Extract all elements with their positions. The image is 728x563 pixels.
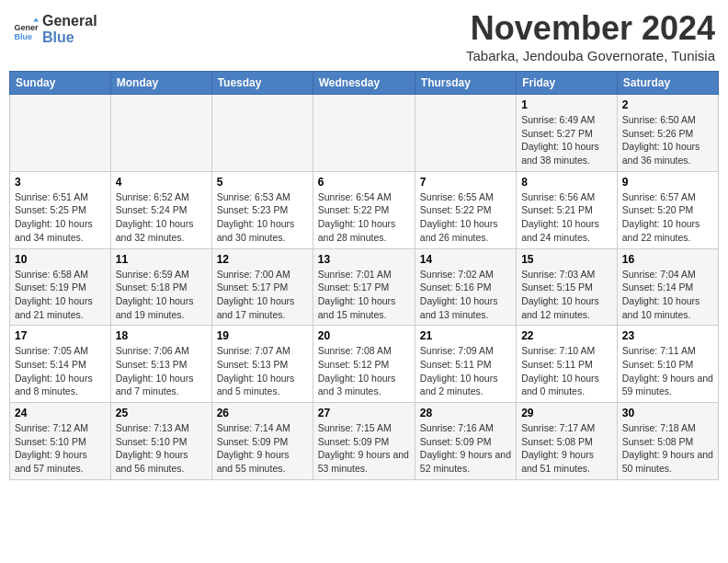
day-info: Sunrise: 7:14 AM Sunset: 5:09 PM Dayligh…	[217, 421, 308, 476]
day-info: Sunrise: 7:02 AM Sunset: 5:16 PM Dayligh…	[420, 268, 511, 322]
calendar-cell: 19Sunrise: 7:07 AM Sunset: 5:13 PM Dayli…	[211, 326, 313, 403]
day-info: Sunrise: 6:55 AM Sunset: 5:22 PM Dayligh…	[420, 190, 511, 245]
day-number: 8	[521, 176, 612, 189]
calendar-cell: 30Sunrise: 7:18 AM Sunset: 5:08 PM Dayli…	[617, 403, 718, 480]
day-number: 30	[622, 407, 713, 419]
day-info: Sunrise: 6:51 AM Sunset: 5:25 PM Dayligh…	[15, 190, 106, 245]
month-title: November 2024	[466, 9, 715, 48]
day-info: Sunrise: 7:11 AM Sunset: 5:10 PM Dayligh…	[622, 344, 713, 398]
calendar-cell: 21Sunrise: 7:09 AM Sunset: 5:11 PM Dayli…	[415, 326, 516, 403]
calendar-cell: 4Sunrise: 6:52 AM Sunset: 5:24 PM Daylig…	[110, 171, 211, 248]
day-info: Sunrise: 7:13 AM Sunset: 5:10 PM Dayligh…	[116, 421, 207, 476]
svg-marker-2	[33, 17, 39, 21]
day-number: 5	[217, 176, 308, 189]
calendar-header-row: SundayMondayTuesdayWednesdayThursdayFrid…	[10, 72, 719, 95]
day-info: Sunrise: 7:01 AM Sunset: 5:17 PM Dayligh…	[318, 268, 410, 322]
day-number: 12	[217, 253, 308, 266]
day-info: Sunrise: 7:05 AM Sunset: 5:14 PM Dayligh…	[15, 344, 106, 398]
day-info: Sunrise: 7:12 AM Sunset: 5:10 PM Dayligh…	[15, 421, 106, 476]
calendar-week-row: 1Sunrise: 6:49 AM Sunset: 5:27 PM Daylig…	[10, 95, 719, 172]
calendar-cell: 28Sunrise: 7:16 AM Sunset: 5:09 PM Dayli…	[415, 403, 516, 480]
weekday-header: Thursday	[415, 72, 516, 95]
day-number: 29	[521, 407, 612, 419]
page-header: General Blue General Blue November 2024 …	[9, 9, 719, 63]
calendar-cell: 12Sunrise: 7:00 AM Sunset: 5:17 PM Dayli…	[211, 248, 313, 326]
calendar-cell: 1Sunrise: 6:49 AM Sunset: 5:27 PM Daylig…	[517, 95, 618, 172]
day-info: Sunrise: 7:17 AM Sunset: 5:08 PM Dayligh…	[521, 421, 612, 476]
calendar-cell	[10, 95, 111, 172]
day-info: Sunrise: 7:09 AM Sunset: 5:11 PM Dayligh…	[420, 344, 511, 398]
day-info: Sunrise: 7:15 AM Sunset: 5:09 PM Dayligh…	[318, 421, 410, 476]
calendar-week-row: 24Sunrise: 7:12 AM Sunset: 5:10 PM Dayli…	[10, 403, 719, 480]
weekday-header: Friday	[517, 72, 618, 95]
calendar-cell: 10Sunrise: 6:58 AM Sunset: 5:19 PM Dayli…	[10, 248, 111, 326]
title-block: November 2024 Tabarka, Jendouba Governor…	[466, 9, 715, 63]
day-number: 26	[217, 407, 308, 419]
calendar-cell: 2Sunrise: 6:50 AM Sunset: 5:26 PM Daylig…	[617, 95, 718, 172]
day-info: Sunrise: 7:18 AM Sunset: 5:08 PM Dayligh…	[622, 421, 713, 476]
day-number: 1	[521, 98, 612, 111]
day-info: Sunrise: 7:10 AM Sunset: 5:11 PM Dayligh…	[521, 344, 612, 398]
calendar-cell: 20Sunrise: 7:08 AM Sunset: 5:12 PM Dayli…	[313, 326, 415, 403]
calendar-cell: 29Sunrise: 7:17 AM Sunset: 5:08 PM Dayli…	[517, 403, 618, 480]
calendar-cell: 24Sunrise: 7:12 AM Sunset: 5:10 PM Dayli…	[10, 403, 111, 480]
calendar-cell: 5Sunrise: 6:53 AM Sunset: 5:23 PM Daylig…	[211, 171, 313, 248]
calendar-cell	[415, 95, 516, 172]
day-info: Sunrise: 7:00 AM Sunset: 5:17 PM Dayligh…	[217, 268, 308, 322]
day-number: 4	[116, 176, 207, 189]
location-title: Tabarka, Jendouba Governorate, Tunisia	[466, 48, 715, 63]
day-info: Sunrise: 6:52 AM Sunset: 5:24 PM Dayligh…	[116, 190, 207, 245]
day-number: 13	[318, 253, 410, 266]
calendar-cell: 18Sunrise: 7:06 AM Sunset: 5:13 PM Dayli…	[110, 326, 211, 403]
weekday-header: Tuesday	[211, 72, 313, 95]
calendar-cell	[110, 95, 211, 172]
calendar-cell: 26Sunrise: 7:14 AM Sunset: 5:09 PM Dayli…	[211, 403, 313, 480]
day-number: 27	[318, 407, 410, 419]
calendar-week-row: 3Sunrise: 6:51 AM Sunset: 5:25 PM Daylig…	[10, 171, 719, 248]
day-number: 24	[15, 407, 106, 419]
logo-line2: Blue	[42, 29, 97, 46]
day-number: 10	[15, 253, 106, 266]
day-number: 21	[420, 329, 511, 342]
calendar-cell: 15Sunrise: 7:03 AM Sunset: 5:15 PM Dayli…	[517, 248, 618, 326]
day-info: Sunrise: 7:08 AM Sunset: 5:12 PM Dayligh…	[318, 344, 410, 398]
day-number: 3	[15, 176, 106, 189]
day-info: Sunrise: 6:54 AM Sunset: 5:22 PM Dayligh…	[318, 190, 410, 245]
day-info: Sunrise: 7:03 AM Sunset: 5:15 PM Dayligh…	[521, 268, 612, 322]
calendar-cell: 17Sunrise: 7:05 AM Sunset: 5:14 PM Dayli…	[10, 326, 111, 403]
calendar-cell: 22Sunrise: 7:10 AM Sunset: 5:11 PM Dayli…	[517, 326, 618, 403]
calendar-cell: 9Sunrise: 6:57 AM Sunset: 5:20 PM Daylig…	[617, 171, 718, 248]
calendar-cell: 7Sunrise: 6:55 AM Sunset: 5:22 PM Daylig…	[415, 171, 516, 248]
day-number: 25	[116, 407, 207, 419]
day-info: Sunrise: 6:49 AM Sunset: 5:27 PM Dayligh…	[521, 113, 612, 167]
day-info: Sunrise: 7:07 AM Sunset: 5:13 PM Dayligh…	[217, 344, 308, 398]
day-number: 16	[622, 253, 713, 266]
calendar-cell: 25Sunrise: 7:13 AM Sunset: 5:10 PM Dayli…	[110, 403, 211, 480]
calendar-cell	[313, 95, 415, 172]
logo-icon: General Blue	[13, 17, 39, 42]
day-number: 2	[622, 98, 713, 111]
day-number: 11	[116, 253, 207, 266]
calendar-cell	[211, 95, 313, 172]
day-number: 7	[420, 176, 511, 189]
day-info: Sunrise: 6:56 AM Sunset: 5:21 PM Dayligh…	[521, 190, 612, 245]
day-info: Sunrise: 6:57 AM Sunset: 5:20 PM Dayligh…	[622, 190, 713, 245]
day-number: 17	[15, 329, 106, 342]
weekday-header: Wednesday	[313, 72, 415, 95]
svg-text:Blue: Blue	[14, 32, 32, 41]
day-info: Sunrise: 6:59 AM Sunset: 5:18 PM Dayligh…	[116, 268, 207, 322]
day-info: Sunrise: 6:53 AM Sunset: 5:23 PM Dayligh…	[217, 190, 308, 245]
calendar-week-row: 10Sunrise: 6:58 AM Sunset: 5:19 PM Dayli…	[10, 248, 719, 326]
weekday-header: Saturday	[617, 72, 718, 95]
day-number: 15	[521, 253, 612, 266]
calendar-cell: 13Sunrise: 7:01 AM Sunset: 5:17 PM Dayli…	[313, 248, 415, 326]
calendar-cell: 16Sunrise: 7:04 AM Sunset: 5:14 PM Dayli…	[617, 248, 718, 326]
day-number: 20	[318, 329, 410, 342]
logo-line1: General	[42, 13, 97, 29]
day-number: 28	[420, 407, 511, 419]
day-number: 6	[318, 176, 410, 189]
calendar-table: SundayMondayTuesdayWednesdayThursdayFrid…	[9, 71, 719, 480]
day-info: Sunrise: 6:58 AM Sunset: 5:19 PM Dayligh…	[15, 268, 106, 322]
calendar-cell: 8Sunrise: 6:56 AM Sunset: 5:21 PM Daylig…	[517, 171, 618, 248]
day-info: Sunrise: 7:06 AM Sunset: 5:13 PM Dayligh…	[116, 344, 207, 398]
